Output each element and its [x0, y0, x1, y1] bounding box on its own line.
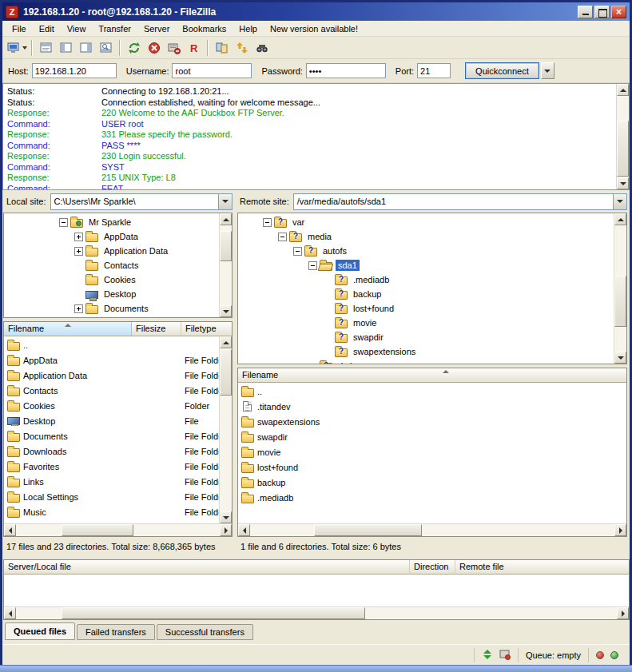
queue-tab[interactable]: Queued files [5, 622, 75, 640]
Local Settings[interactable]: Local Settings File Folder [4, 489, 219, 504]
tree-item[interactable]: swapextensions [238, 344, 614, 359]
local-site-combobox[interactable]: C:\Users\Mr Sparkle\ [50, 193, 233, 210]
username-input[interactable] [172, 63, 252, 78]
log-vertical-scrollbar[interactable] [616, 84, 629, 189]
tree-item[interactable]: lost+found [238, 301, 614, 316]
close-button[interactable] [611, 6, 626, 18]
remote-list-horizontal-scrollbar[interactable] [238, 523, 626, 536]
toggle-message-log-button[interactable] [36, 38, 56, 57]
Documents[interactable]: Documents File Folder [4, 428, 219, 443]
notifications-icon[interactable] [499, 649, 511, 662]
site-manager-dropdown-icon[interactable] [22, 46, 27, 52]
tree-item[interactable]: swapdir [238, 330, 614, 344]
scroll-right-button[interactable] [617, 607, 629, 619]
tree-expander-icon[interactable] [74, 233, 83, 241]
menu-item[interactable]: View [61, 22, 93, 36]
combo-dropdown-button[interactable] [613, 194, 626, 209]
scrollbar-thumb[interactable] [62, 607, 365, 619]
synchronized-browsing-button[interactable] [232, 38, 252, 57]
menu-item[interactable]: Help [233, 22, 264, 36]
tree-item[interactable]: Downloads [4, 316, 219, 317]
menu-item[interactable]: Edit [33, 22, 61, 36]
tree-expander-icon[interactable] [293, 247, 302, 256]
tree-item[interactable]: media [238, 229, 614, 244]
find-files-button[interactable] [252, 38, 272, 57]
local-tree-vertical-scrollbar[interactable] [219, 213, 232, 317]
scrollbar-thumb[interactable] [62, 524, 133, 536]
menu-item[interactable]: Transfer [92, 22, 137, 36]
scroll-down-button[interactable] [220, 305, 232, 317]
tree-expander-icon[interactable] [278, 233, 287, 241]
swapextensions[interactable]: swapextensions [238, 414, 626, 429]
scroll-up-button[interactable] [614, 213, 626, 225]
Favorites[interactable]: Favorites File Folder [4, 459, 219, 474]
toggle-remote-tree-button[interactable] [76, 38, 96, 57]
password-input[interactable] [306, 63, 386, 78]
scroll-left-button[interactable] [238, 524, 250, 536]
Application Data[interactable]: Application Data File Folder [4, 368, 219, 383]
tree-expander-icon[interactable] [59, 218, 68, 227]
menu-item[interactable]: New version available! [264, 22, 364, 36]
cancel-button[interactable] [144, 38, 164, 57]
local-list-vertical-scrollbar[interactable] [219, 336, 232, 523]
host-input[interactable] [32, 63, 117, 78]
tree-expander-icon[interactable] [74, 247, 83, 256]
menu-item[interactable]: Bookmarks [176, 22, 233, 36]
lost+found[interactable]: lost+found [238, 459, 626, 475]
menu-item[interactable]: File [6, 22, 33, 36]
window-border-bottom[interactable] [0, 665, 632, 672]
column-header-direction[interactable]: Direction [410, 560, 455, 575]
movie[interactable]: movie [238, 444, 626, 459]
port-input[interactable] [417, 63, 451, 78]
maximize-button[interactable] [594, 6, 610, 18]
..[interactable]: .. [4, 337, 219, 352]
tree-item[interactable]: Documents [4, 301, 219, 316]
scroll-right-button[interactable] [220, 524, 232, 536]
column-header-server-local-file[interactable]: Server/Local file [4, 560, 410, 575]
local-list-horizontal-scrollbar[interactable] [4, 523, 232, 536]
quickconnect-dropdown-button[interactable] [541, 62, 554, 79]
column-header-filesize[interactable]: Filesize [132, 322, 181, 336]
tree-item[interactable]: sda1 [238, 258, 614, 272]
disconnect-button[interactable] [164, 38, 184, 57]
column-header-filetype[interactable]: Filetype [181, 322, 233, 336]
tree-item[interactable]: movie [238, 316, 614, 330]
column-header-filename[interactable]: Filename [4, 322, 132, 336]
tree-expander-icon[interactable] [263, 218, 272, 227]
tree-item[interactable]: backup [238, 287, 614, 301]
AppData[interactable]: AppData File Folder [4, 352, 219, 368]
scrollbar-thumb[interactable] [220, 231, 232, 261]
scroll-left-button[interactable] [4, 607, 16, 619]
scroll-up-button[interactable] [617, 84, 629, 96]
directory-comparison-button[interactable] [212, 38, 232, 57]
scroll-down-button[interactable] [614, 352, 626, 364]
quickconnect-button[interactable]: Quickconnect [465, 62, 539, 79]
title-bar[interactable]: 192.168.1.20 - root@192.168.1.20 - FileZ… [2, 2, 630, 21]
tree-item[interactable]: .mediadb [238, 272, 614, 287]
.mediadb[interactable]: .mediadb [238, 490, 626, 505]
column-header-filename[interactable]: Filename [238, 368, 627, 383]
tree-item[interactable]: Mr Sparkle [4, 215, 219, 229]
scroll-down-button[interactable] [617, 177, 629, 189]
tree-expander-icon[interactable] [308, 261, 317, 270]
Desktop[interactable]: Desktop File [4, 413, 219, 428]
combo-dropdown-button[interactable] [218, 194, 232, 209]
Links[interactable]: Links File Folder [4, 474, 219, 489]
scroll-left-button[interactable] [4, 524, 16, 536]
swapdir[interactable]: swapdir [238, 429, 626, 444]
tree-item[interactable]: dvd [238, 359, 614, 364]
remote-site-combobox[interactable]: /var/media/autofs/sda1 [293, 193, 627, 210]
..[interactable]: .. [238, 384, 626, 399]
scrollbar-thumb[interactable] [614, 276, 626, 327]
scrollbar-thumb[interactable] [220, 349, 232, 396]
toggle-local-tree-button[interactable] [56, 38, 76, 57]
minimize-button[interactable] [578, 6, 593, 18]
column-header-remote-file[interactable]: Remote file [455, 560, 629, 575]
Downloads[interactable]: Downloads File Folder [4, 443, 219, 459]
reconnect-button[interactable]: R [184, 38, 204, 57]
scroll-up-button[interactable] [220, 213, 232, 225]
.titandev[interactable]: .titandev [238, 399, 626, 414]
scroll-up-button[interactable] [220, 336, 232, 348]
scrollbar-thumb[interactable] [617, 121, 629, 177]
Music[interactable]: Music File Folder [4, 504, 219, 519]
